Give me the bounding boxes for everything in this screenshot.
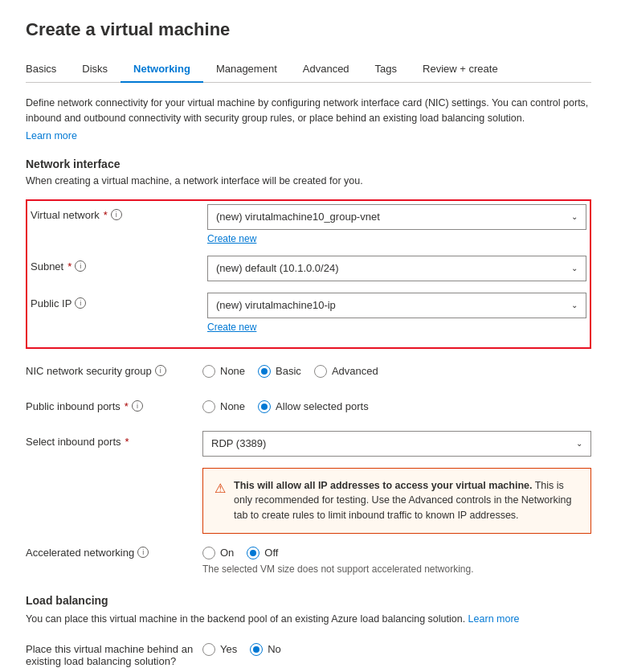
tab-networking[interactable]: Networking: [121, 56, 203, 83]
warning-bold-text: This will allow all IP addresses to acce…: [234, 480, 532, 491]
subnet-dropdown[interactable]: (new) default (10.1.0.0/24) ⌄: [207, 256, 586, 281]
inbound-allow-option[interactable]: Allow selected ports: [258, 400, 369, 413]
tab-management[interactable]: Management: [203, 56, 290, 83]
inbound-none-option[interactable]: None: [202, 400, 245, 413]
select-inbound-ports-label: Select inbound ports *: [26, 431, 202, 448]
lb-no-option[interactable]: No: [250, 643, 281, 656]
subnet-value: (new) default (10.1.0.0/24): [216, 262, 338, 274]
place-behind-lb-row: Place this virtual machine behind an exi…: [26, 638, 591, 667]
inbound-none-label: None: [220, 400, 245, 412]
warning-box: ⚠ This will allow all IP addresses to ac…: [202, 468, 591, 534]
public-ip-value: (new) virutalmachine10-ip: [216, 299, 336, 311]
virtual-network-dropdown[interactable]: (new) virutalmachine10_group-vnet ⌄: [207, 204, 586, 230]
public-ip-row: Public IP i (new) virutalmachine10-ip ⌄ …: [31, 293, 586, 333]
load-balancing-description: You can place this virtual machine in th…: [26, 612, 591, 627]
required-marker: *: [104, 209, 108, 221]
page-description: Define network connectivity for your vir…: [26, 96, 591, 126]
nic-nsg-none-radio[interactable]: [202, 365, 215, 378]
subnet-info-icon[interactable]: i: [75, 260, 86, 272]
public-ip-control: (new) virutalmachine10-ip ⌄ Create new: [207, 293, 586, 333]
select-inbound-ports-value: RDP (3389): [211, 437, 266, 449]
nic-nsg-basic-option[interactable]: Basic: [258, 365, 301, 378]
nic-nsg-label: NIC network security group i: [26, 360, 202, 377]
load-balancing-title: Load balancing: [26, 594, 591, 607]
accelerated-on-option[interactable]: On: [202, 547, 234, 559]
public-ip-info-icon[interactable]: i: [75, 297, 86, 309]
virtual-network-value: (new) virutalmachine10_group-vnet: [216, 211, 380, 223]
nic-nsg-control: None Basic Advanced: [202, 360, 591, 378]
place-behind-lb-control: Yes No: [202, 638, 591, 656]
nic-nsg-basic-radio[interactable]: [258, 365, 271, 378]
network-interface-title: Network interface: [26, 158, 591, 170]
nic-nsg-none-label: None: [220, 365, 245, 377]
select-inbound-ports-dropdown[interactable]: RDP (3389) ⌄: [202, 431, 591, 457]
inbound-allow-label: Allow selected ports: [276, 400, 369, 412]
accelerated-off-option[interactable]: Off: [247, 547, 278, 559]
nic-nsg-advanced-option[interactable]: Advanced: [314, 365, 378, 378]
tab-tags[interactable]: Tags: [362, 56, 410, 83]
virtual-network-create-new-link[interactable]: Create new: [207, 233, 256, 244]
public-inbound-ports-label: Public inbound ports * i: [26, 395, 202, 412]
lb-yes-radio[interactable]: [202, 643, 215, 656]
accelerated-off-radio[interactable]: [247, 547, 259, 559]
inbound-allow-radio[interactable]: [258, 400, 271, 413]
public-ip-dropdown[interactable]: (new) virutalmachine10-ip ⌄: [207, 293, 586, 318]
subnet-required-marker: *: [67, 260, 72, 272]
accelerated-networking-label: Accelerated networking i: [26, 542, 202, 559]
subnet-chevron-icon: ⌄: [571, 264, 578, 272]
public-inbound-ports-control: None Allow selected ports: [202, 395, 591, 413]
nic-nsg-none-option[interactable]: None: [202, 365, 245, 378]
place-behind-lb-label: Place this virtual machine behind an exi…: [26, 638, 202, 667]
highlighted-fields-box: Virtual network * i (new) virutalmachine…: [26, 199, 591, 349]
virtual-network-control: (new) virutalmachine10_group-vnet ⌄ Crea…: [207, 204, 586, 244]
virtual-network-info-icon[interactable]: i: [111, 209, 122, 220]
network-interface-subtitle: When creating a virtual machine, a netwo…: [26, 175, 591, 186]
page-title: Create a virtual machine: [26, 19, 591, 40]
lb-no-radio[interactable]: [250, 643, 263, 656]
tab-bar: Basics Disks Networking Management Advan…: [26, 56, 591, 83]
accelerated-off-label: Off: [264, 547, 278, 559]
accelerated-networking-radio-group: On Off: [202, 542, 591, 559]
virtual-network-chevron-icon: ⌄: [571, 212, 578, 221]
public-inbound-required-marker: *: [125, 400, 129, 412]
tab-basics[interactable]: Basics: [26, 56, 69, 83]
accelerated-networking-note: The selected VM size does not support ac…: [202, 563, 474, 575]
select-inbound-required-marker: *: [125, 436, 129, 448]
nic-nsg-advanced-radio[interactable]: [314, 365, 327, 378]
select-inbound-ports-control: RDP (3389) ⌄: [202, 431, 591, 457]
warning-text: This will allow all IP addresses to acce…: [234, 478, 579, 523]
subnet-control: (new) default (10.1.0.0/24) ⌄: [207, 256, 586, 281]
select-inbound-ports-row: Select inbound ports * RDP (3389) ⌄: [26, 431, 591, 457]
nic-nsg-info-icon[interactable]: i: [155, 365, 166, 376]
public-inbound-info-icon[interactable]: i: [132, 400, 143, 412]
tab-disks[interactable]: Disks: [69, 56, 121, 83]
description-learn-more-link[interactable]: Learn more: [26, 130, 77, 141]
nic-nsg-radio-group: None Basic Advanced: [202, 360, 591, 378]
public-inbound-ports-row: Public inbound ports * i None Allow sele…: [26, 395, 591, 420]
tab-review-create[interactable]: Review + create: [410, 56, 511, 83]
place-behind-lb-radio-group: Yes No: [202, 638, 591, 656]
load-balancing-section: Load balancing You can place this virtua…: [26, 594, 591, 667]
accelerated-networking-info-icon[interactable]: i: [137, 547, 149, 558]
subnet-label: Subnet * i: [31, 256, 207, 272]
accelerated-on-label: On: [220, 547, 234, 559]
lb-no-label: No: [268, 643, 281, 655]
public-inbound-ports-radio-group: None Allow selected ports: [202, 395, 591, 413]
public-ip-create-new-link[interactable]: Create new: [207, 322, 256, 333]
lb-yes-option[interactable]: Yes: [202, 643, 237, 656]
nic-nsg-row: NIC network security group i None Basic …: [26, 360, 591, 384]
public-ip-chevron-icon: ⌄: [571, 301, 578, 309]
warning-section: ⚠ This will allow all IP addresses to ac…: [202, 468, 591, 534]
nic-nsg-advanced-label: Advanced: [332, 365, 378, 377]
public-ip-label: Public IP i: [31, 293, 207, 309]
inbound-none-radio[interactable]: [202, 400, 215, 413]
lb-yes-label: Yes: [220, 643, 237, 655]
load-balancing-learn-more-link[interactable]: Learn more: [468, 613, 520, 625]
tab-advanced[interactable]: Advanced: [290, 56, 362, 83]
virtual-network-row: Virtual network * i (new) virutalmachine…: [31, 204, 586, 244]
accelerated-on-radio[interactable]: [202, 547, 215, 559]
select-inbound-ports-chevron-icon: ⌄: [576, 439, 582, 448]
warning-triangle-icon: ⚠: [215, 479, 226, 498]
virtual-network-label: Virtual network * i: [31, 204, 207, 221]
subnet-row: Subnet * i (new) default (10.1.0.0/24) ⌄: [31, 256, 586, 281]
